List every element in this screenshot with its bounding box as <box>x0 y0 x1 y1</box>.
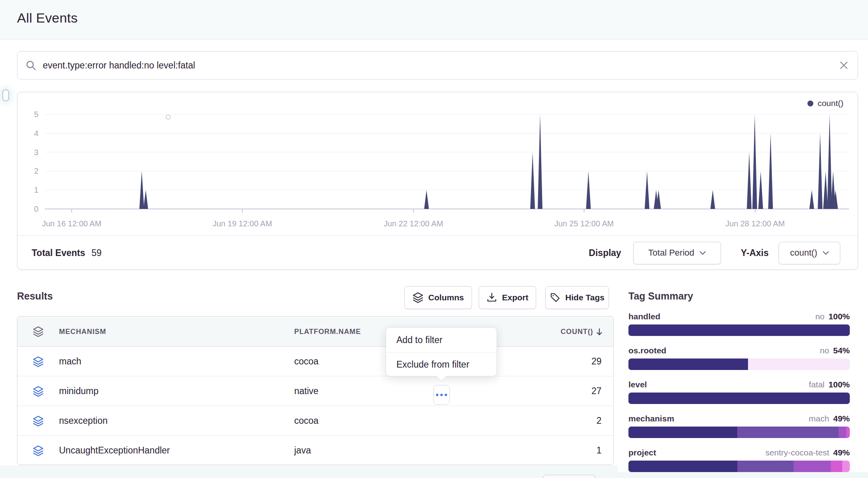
hide-tags-button-label: Hide Tags <box>565 293 605 302</box>
display-dropdown-value: Total Period <box>648 248 694 258</box>
tag-distribution-bar[interactable] <box>628 324 850 336</box>
svg-text:Jun 28 12:00 AM: Jun 28 12:00 AM <box>725 219 785 228</box>
cell-mechanism[interactable]: minidump <box>59 376 99 406</box>
tag-distribution-bar[interactable] <box>628 358 850 370</box>
cell-count[interactable]: 27 <box>591 376 602 406</box>
results-table: MECHANISM PLATFORM.NAME COUNT() mach coc… <box>17 316 614 465</box>
export-button-label: Export <box>502 293 529 302</box>
tag-distribution-bar[interactable] <box>628 427 850 438</box>
stack-event-icon[interactable] <box>33 415 44 428</box>
all-events-page: All Events event.type:error handled:no l… <box>0 0 868 478</box>
tag-label-row: project sentry-cocoa-test49% <box>628 447 850 458</box>
search-bar[interactable]: event.type:error handled:no level:fatal <box>17 51 858 80</box>
yaxis-dropdown-value: count() <box>790 248 817 258</box>
sort-desc-arrow-icon <box>596 328 602 335</box>
table-header-row: MECHANISM PLATFORM.NAME COUNT() <box>17 317 613 347</box>
table-row[interactable]: minidump native 27 <box>17 376 613 406</box>
stack-event-icon[interactable] <box>33 356 44 369</box>
svg-text:1: 1 <box>34 186 38 194</box>
tag-bar-segment <box>839 427 846 438</box>
svg-text:Jun 22 12:00 AM: Jun 22 12:00 AM <box>384 219 443 228</box>
events-chart-panel: count() 012345Jun 16 12:00 AMJun 19 12:0… <box>17 92 858 270</box>
tag-name: level <box>628 380 647 389</box>
tag-summary-title: Tag Summary <box>628 290 693 302</box>
cell-actions-button[interactable] <box>433 385 450 405</box>
menu-item-add-to-filter[interactable]: Add to filter <box>386 328 497 352</box>
layers-icon <box>413 292 423 303</box>
tag-name: project <box>628 448 656 457</box>
page-title: All Events <box>17 10 78 26</box>
cell-platform[interactable]: java <box>294 436 311 465</box>
left-edge-handle-icon[interactable] <box>2 89 9 101</box>
page-bottom-background <box>618 472 868 478</box>
table-row[interactable]: mach cocoa 29 <box>17 347 613 376</box>
cell-platform[interactable]: native <box>294 376 318 406</box>
clear-search-icon[interactable] <box>839 60 849 70</box>
ellipsis-icon <box>436 394 438 396</box>
total-events-label: Total Events <box>32 248 85 258</box>
svg-text:0: 0 <box>34 205 38 213</box>
tag-bar-segment <box>628 461 737 472</box>
table-row[interactable]: UncaughtExceptionHandler java 1 <box>17 436 613 465</box>
pagination-buttons-partial[interactable] <box>543 475 595 478</box>
column-header-mechanism[interactable]: MECHANISM <box>59 317 106 347</box>
tag-label-row: level fatal100% <box>628 379 850 390</box>
export-button[interactable]: Export <box>479 286 536 309</box>
ellipsis-icon <box>445 394 447 396</box>
search-icon <box>25 60 36 71</box>
svg-text:2: 2 <box>34 167 38 175</box>
ellipsis-icon <box>440 394 443 396</box>
svg-text:Jun 25 12:00 AM: Jun 25 12:00 AM <box>554 219 614 228</box>
results-title: Results <box>17 290 53 302</box>
cell-mechanism[interactable]: mach <box>59 347 81 376</box>
display-label: Display <box>589 248 621 258</box>
tag-label-row: handled no100% <box>628 311 850 322</box>
svg-text:4: 4 <box>34 129 38 138</box>
count-header-label: COUNT() <box>561 328 593 336</box>
tag-name: os.rooted <box>628 346 666 355</box>
tag-distribution-bar[interactable] <box>628 393 850 404</box>
cell-platform[interactable]: cocoa <box>294 347 318 376</box>
tag-top-value: fatal <box>809 380 825 389</box>
columns-button-label: Columns <box>428 293 464 302</box>
events-time-series-chart: 012345Jun 16 12:00 AMJun 19 12:00 AMJun … <box>17 92 858 235</box>
tag-label-row: os.rooted no54% <box>628 345 850 356</box>
svg-text:5: 5 <box>34 110 38 119</box>
download-icon <box>487 292 497 303</box>
tag-distribution-bar[interactable] <box>628 461 850 472</box>
tag-percentage: 49% <box>833 414 850 423</box>
tag-bar-segment <box>628 427 737 438</box>
tag-percentage: 54% <box>833 346 850 355</box>
column-header-platform[interactable]: PLATFORM.NAME <box>294 317 361 347</box>
tag-bar-segment <box>628 393 850 404</box>
tag-name: handled <box>628 312 661 321</box>
tag-bar-segment <box>737 427 839 438</box>
display-dropdown[interactable]: Total Period <box>633 242 721 264</box>
tag-icon <box>550 292 560 303</box>
tag-bar-segment <box>628 358 748 370</box>
stack-icon[interactable] <box>33 326 44 339</box>
stack-event-icon[interactable] <box>33 386 44 398</box>
cell-platform[interactable]: cocoa <box>294 406 318 436</box>
tag-bar-segment <box>842 461 850 472</box>
cell-count[interactable]: 1 <box>596 436 602 465</box>
yaxis-dropdown[interactable]: count() <box>779 242 840 264</box>
stack-event-icon[interactable] <box>33 445 44 458</box>
tag-percentage: 100% <box>828 312 850 321</box>
chevron-down-icon <box>700 251 706 255</box>
chevron-down-icon <box>823 251 829 255</box>
cell-mechanism[interactable]: UncaughtExceptionHandler <box>59 436 170 465</box>
cell-count[interactable]: 29 <box>591 347 602 376</box>
cell-count[interactable]: 2 <box>596 406 602 436</box>
tag-top-value: no <box>820 346 829 355</box>
page-bottom-background <box>0 465 618 478</box>
tag-bar-segment <box>846 427 850 438</box>
hide-tags-button[interactable]: Hide Tags <box>545 286 609 309</box>
cell-mechanism[interactable]: nsexception <box>59 406 108 436</box>
tag-name: mechanism <box>628 414 674 423</box>
table-row[interactable]: nsexception cocoa 2 <box>17 406 613 436</box>
svg-text:Jun 19 12:00 AM: Jun 19 12:00 AM <box>213 219 272 228</box>
column-header-count[interactable]: COUNT() <box>561 317 602 347</box>
columns-button[interactable]: Columns <box>404 286 472 309</box>
search-query-text[interactable]: event.type:error handled:no level:fatal <box>43 60 195 71</box>
